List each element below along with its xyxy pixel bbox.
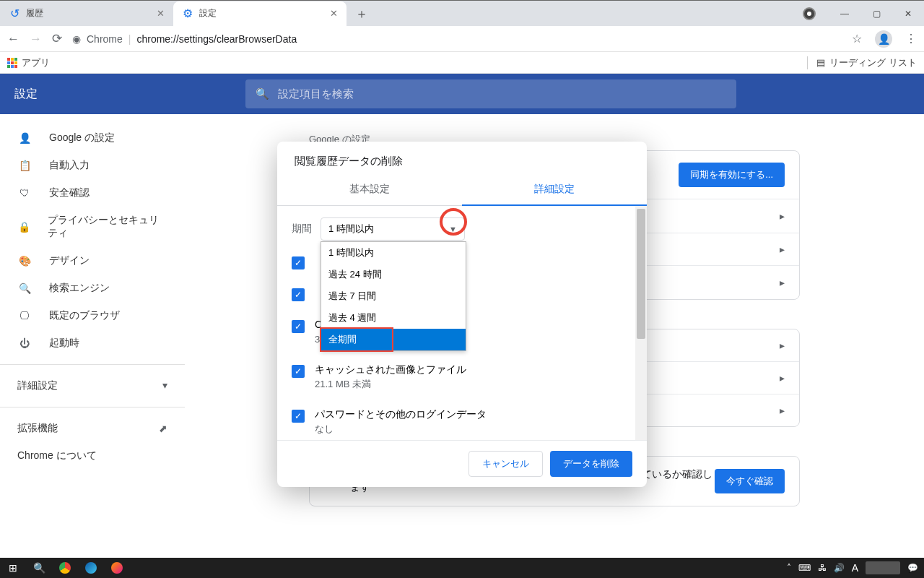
firefox-taskbar-icon[interactable]: [104, 558, 130, 578]
address-bar: ← → ⟳ ◉ Chrome | chrome://settings/clear…: [0, 26, 924, 52]
cancel-button[interactable]: キャンセル: [468, 451, 543, 477]
omnibox[interactable]: ◉ Chrome | chrome://settings/clearBrowse…: [72, 33, 297, 45]
checkbox-icon[interactable]: ✓: [292, 288, 305, 301]
dropdown-option[interactable]: 過去 4 週間: [321, 307, 466, 329]
range-label: 期間: [292, 223, 312, 236]
dropdown-option[interactable]: 過去 24 時間: [321, 264, 466, 285]
tab-basic[interactable]: 基本設定: [277, 174, 462, 206]
edge-taskbar-icon[interactable]: [78, 558, 104, 578]
close-icon[interactable]: ✕: [330, 8, 338, 19]
check-row[interactable]: ✓ キャッシュされた画像とファイル21.1 MB 未満: [292, 355, 632, 400]
volume-icon[interactable]: 🔊: [834, 563, 845, 573]
tray-chevron-icon[interactable]: ˄: [787, 563, 791, 573]
dialog-footer: キャンセル データを削除: [277, 440, 647, 487]
range-value: 1 時間以内: [328, 223, 374, 236]
back-button[interactable]: ←: [7, 32, 19, 46]
caret-down-icon: ▼: [449, 225, 457, 233]
dialog-overlay: 閲覧履歴データの削除 基本設定 詳細設定 期間 1 時間以内 ▼ 1 時間以内 …: [0, 74, 924, 558]
clear-data-dialog: 閲覧履歴データの削除 基本設定 詳細設定 期間 1 時間以内 ▼ 1 時間以内 …: [277, 142, 647, 487]
tab-history[interactable]: ↺ 履歴 ✕: [0, 1, 173, 26]
window-tab-strip: ↺ 履歴 ✕ ⚙ 設定 ✕ ＋ ― ▢ ✕: [0, 0, 924, 26]
reading-list-icon: ▤: [816, 57, 825, 68]
dialog-title: 閲覧履歴データの削除: [277, 142, 647, 174]
apps-icon: [7, 58, 17, 68]
checkbox-icon[interactable]: ✓: [292, 410, 305, 423]
time-range-dropdown: 1 時間以内 過去 24 時間 過去 7 日間 過去 4 週間 全期間: [321, 241, 466, 351]
tab-advanced[interactable]: 詳細設定: [462, 174, 647, 206]
reload-button[interactable]: ⟳: [52, 31, 62, 46]
minimize-button[interactable]: ―: [829, 3, 860, 25]
check-row[interactable]: ✓ パスワードとその他のログインデータなし: [292, 400, 632, 440]
menu-icon[interactable]: ⋮: [905, 32, 917, 46]
apps-label: アプリ: [22, 56, 50, 69]
time-range-select[interactable]: 1 時間以内 ▼ 1 時間以内 過去 24 時間 過去 7 日間 過去 4 週間…: [321, 217, 465, 241]
close-icon[interactable]: ✕: [157, 8, 165, 19]
clear-data-button[interactable]: データを削除: [550, 451, 632, 477]
taskbar: ⊞ 🔍 ˄ ⌨ 🖧 🔊 A 💬: [0, 558, 924, 578]
tab-settings[interactable]: ⚙ 設定 ✕: [173, 1, 346, 26]
maximize-button[interactable]: ▢: [860, 3, 892, 25]
reading-list-button[interactable]: ▤ リーディング リスト: [807, 56, 917, 69]
checkbox-icon[interactable]: ✓: [292, 256, 305, 269]
dropdown-option[interactable]: 過去 7 日間: [321, 285, 466, 307]
network-icon[interactable]: 🖧: [818, 563, 827, 573]
star-icon[interactable]: ☆: [852, 32, 862, 46]
scrollbar[interactable]: [635, 206, 647, 440]
checkbox-icon[interactable]: ✓: [292, 320, 305, 333]
ime-icon[interactable]: ⌨: [798, 563, 811, 573]
scrollbar-thumb[interactable]: [637, 209, 645, 339]
settings-icon: ⚙: [182, 8, 193, 20]
new-tab-button[interactable]: ＋: [346, 5, 377, 22]
start-button[interactable]: ⊞: [0, 558, 26, 578]
bookmark-bar: アプリ ▤ リーディング リスト: [0, 52, 924, 74]
history-icon: ↺: [9, 8, 20, 20]
notification-icon[interactable]: 💬: [907, 563, 918, 573]
checkbox-icon[interactable]: ✓: [292, 365, 305, 378]
forward-button[interactable]: →: [30, 32, 42, 46]
chrome-icon: ◉: [72, 33, 81, 45]
ime-indicator[interactable]: A: [852, 562, 858, 574]
dropdown-option[interactable]: 1 時間以内: [321, 242, 466, 264]
system-tray[interactable]: ˄ ⌨ 🖧 🔊 A 💬: [787, 561, 924, 574]
url-text: chrome://settings/clearBrowserData: [136, 33, 297, 45]
reading-list-label: リーディング リスト: [829, 56, 917, 69]
dialog-body: 期間 1 時間以内 ▼ 1 時間以内 過去 24 時間 過去 7 日間 過去 4…: [277, 206, 647, 440]
avatar-icon[interactable]: 👤: [875, 30, 892, 48]
close-button[interactable]: ✕: [892, 3, 924, 25]
tab-label: 履歴: [26, 7, 43, 20]
url-prefix: Chrome: [87, 33, 123, 45]
search-button[interactable]: 🔍: [26, 558, 52, 578]
blurred-area: [866, 561, 900, 574]
apps-shortcut[interactable]: アプリ: [7, 56, 50, 69]
window-controls: ― ▢ ✕: [803, 3, 924, 25]
chrome-taskbar-icon[interactable]: [52, 558, 78, 578]
dropdown-option-all[interactable]: 全期間: [321, 329, 466, 350]
incognito-icon[interactable]: [803, 7, 816, 20]
dialog-tabs: 基本設定 詳細設定: [277, 174, 647, 206]
tab-label: 設定: [199, 7, 217, 20]
